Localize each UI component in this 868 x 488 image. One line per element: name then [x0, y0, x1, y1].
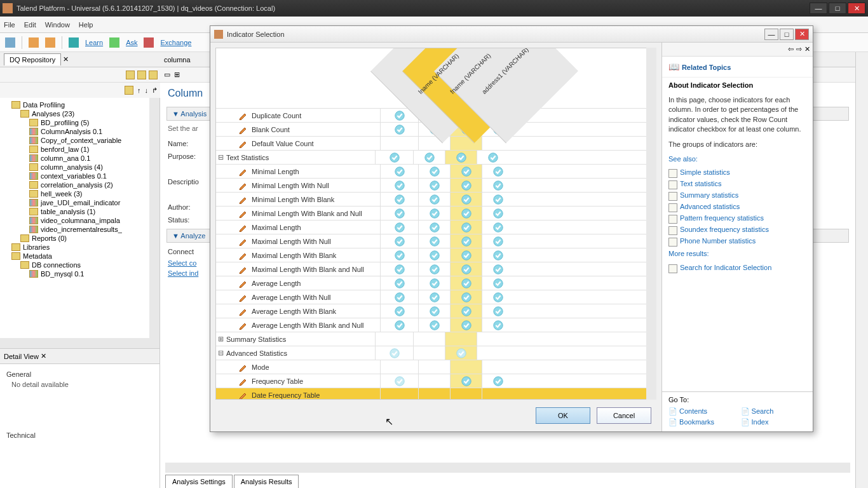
grid-cell[interactable] [477, 151, 508, 164]
indicator-row[interactable]: Default Value Count [216, 136, 647, 150]
tree-item[interactable]: Data Profiling [3, 100, 157, 109]
arrow-down-icon[interactable]: ↓ [145, 86, 149, 94]
repo-tb-icon[interactable] [125, 86, 133, 95]
grid-cell[interactable] [482, 165, 513, 178]
menu-window[interactable]: Window [45, 21, 70, 29]
goto-link[interactable]: 📄 Index [741, 418, 807, 426]
grid-cell[interactable] [482, 193, 513, 206]
grid-cell[interactable] [418, 360, 450, 374]
grid-cell[interactable] [450, 290, 482, 304]
grid-cell[interactable] [482, 179, 513, 192]
grid-cell[interactable] [450, 374, 482, 388]
dialog-minimize-button[interactable]: — [764, 29, 778, 40]
grid-cell[interactable] [418, 374, 450, 388]
tree-item[interactable]: Analyses (23) [3, 109, 157, 118]
indicator-row[interactable]: Average Length With Null [216, 290, 647, 304]
tree-scrollbar-v[interactable] [149, 98, 159, 338]
grid-cell[interactable] [380, 193, 418, 206]
ok-button[interactable]: OK [536, 407, 590, 424]
help-link[interactable]: Simple statistics [662, 166, 813, 178]
grid-cell[interactable] [380, 234, 418, 248]
grid-cell[interactable] [477, 332, 508, 346]
grid-cell[interactable] [380, 304, 418, 318]
tree-item[interactable]: context_variables 0.1 [3, 172, 157, 180]
indicator-row[interactable]: Minimal Length With Null [216, 178, 647, 192]
grid-cell[interactable] [445, 332, 477, 346]
grid-cell[interactable] [482, 318, 513, 332]
grid-cell[interactable] [450, 388, 482, 400]
indicator-group-row[interactable]: ⊟Advanced Statistics [216, 346, 647, 360]
grid-cell[interactable] [418, 248, 450, 262]
tree-item[interactable]: hell_week (3) [3, 189, 157, 198]
menu-edit[interactable]: Edit [24, 21, 36, 29]
grid-cell[interactable] [418, 165, 450, 178]
dialog-maximize-button[interactable]: □ [780, 29, 794, 40]
tree-item[interactable]: correlation_analysis (2) [3, 180, 157, 189]
arrow-right-icon[interactable]: ↱ [152, 86, 158, 95]
indicator-group-row[interactable]: ⊞Summary Statistics [216, 332, 647, 346]
grid-cell[interactable] [380, 276, 418, 290]
grid-cell[interactable] [380, 290, 418, 304]
tree-item[interactable]: Libraries [3, 243, 157, 252]
grid-cell[interactable] [380, 207, 418, 220]
help-close-icon[interactable]: ✕ [804, 45, 810, 53]
help-link[interactable]: Advanced statistics [662, 201, 813, 212]
grid-cell[interactable] [482, 290, 513, 304]
grid-cell[interactable] [445, 151, 477, 164]
indicator-row[interactable]: Frequency Table [216, 374, 647, 388]
learn-link[interactable]: Learn [85, 39, 103, 46]
repo-tree[interactable]: Data ProfilingAnalyses (23)BD_profiling … [0, 98, 160, 348]
exchange-link[interactable]: Exchange [160, 39, 191, 46]
detail-tab[interactable]: Detail View [4, 353, 39, 360]
tree-item[interactable]: benford_law (1) [3, 145, 157, 154]
repo-tb-icon[interactable] [137, 71, 146, 79]
editor-scrollbar-h[interactable] [165, 463, 850, 473]
minimize-button[interactable]: — [810, 3, 827, 14]
grid-cell[interactable] [450, 262, 482, 276]
grid-cell[interactable] [482, 360, 513, 374]
repo-tb-icon[interactable] [126, 71, 135, 79]
grid-cell[interactable] [380, 388, 418, 400]
grid-cell[interactable] [413, 346, 445, 360]
tree-item[interactable]: ColumnAnalysis 0.1 [3, 127, 157, 136]
grid-cell[interactable] [380, 220, 418, 234]
expander-icon[interactable]: ⊟ [216, 349, 225, 357]
grid-cell[interactable] [482, 220, 513, 234]
help-link[interactable]: Summary statistics [662, 189, 813, 201]
grid-cell[interactable] [450, 179, 482, 192]
grid-cell[interactable] [375, 346, 413, 360]
grid-cell[interactable] [450, 304, 482, 318]
grid-cell[interactable] [418, 304, 450, 318]
grid-cell[interactable] [375, 151, 413, 164]
grid-cell[interactable] [477, 346, 508, 360]
indicator-row[interactable]: Date Frequency Table [216, 388, 647, 400]
expander-icon[interactable]: ⊟ [216, 153, 225, 161]
menu-help[interactable]: Help [79, 21, 93, 29]
goto-link[interactable]: 📄 Contents [668, 407, 735, 416]
indicator-row[interactable]: Maximal Length With Blank and Null [216, 262, 647, 276]
grid-cell[interactable] [445, 346, 477, 360]
grid-cell[interactable] [380, 137, 418, 150]
collapse-icon[interactable]: ▭ [164, 71, 170, 79]
grid-cell[interactable] [450, 207, 482, 220]
grid-cell[interactable] [482, 304, 513, 318]
indicator-row[interactable]: Maximal Length [216, 220, 647, 234]
tree-scrollbar-h[interactable] [0, 338, 159, 348]
indicator-row[interactable]: Average Length With Blank and Null [216, 318, 647, 332]
dialog-close-button[interactable]: ✕ [795, 29, 809, 40]
tb-icon-2[interactable] [45, 37, 55, 48]
goto-link[interactable]: 📄 Bookmarks [668, 418, 735, 426]
indicator-row[interactable]: Average Length [216, 276, 647, 290]
help-link[interactable]: Soundex frequency statistics [662, 224, 813, 235]
tree-item[interactable]: BD_profiling (5) [3, 118, 157, 127]
tree-item[interactable]: BD_mysql 0.1 [3, 269, 157, 278]
indicator-row[interactable]: Minimal Length With Blank [216, 192, 647, 206]
grid-cell[interactable] [418, 276, 450, 290]
tree-item[interactable]: Copy_of_context_variable [3, 136, 157, 145]
grid-cell[interactable] [482, 388, 513, 400]
repo-tab[interactable]: DQ Repository [4, 53, 61, 65]
grid-cell[interactable] [482, 234, 513, 248]
grid-cell[interactable] [450, 360, 482, 374]
grid-cell[interactable] [380, 262, 418, 276]
indicator-row[interactable]: Minimal Length [216, 164, 647, 178]
